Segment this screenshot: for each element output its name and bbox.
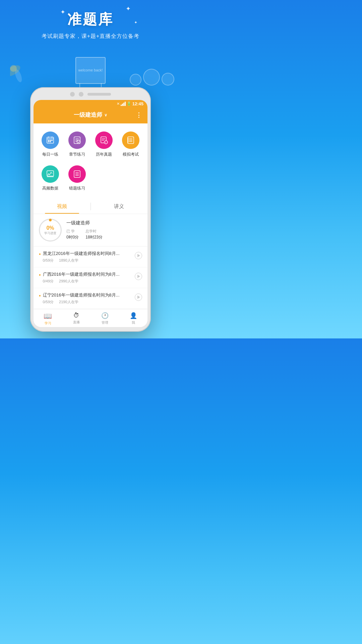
icon-grid-row1: 每日一练 章节练习 [34,123,147,163]
svg-rect-8 [50,140,51,141]
past-exams-icon: ! [95,131,113,149]
studied-stat: 已 学 0时0分 [66,229,79,240]
total-stat: 总学时 18时23分 [85,229,103,240]
progress-course: 一级建造师 [66,220,142,226]
app-header: 一级建造师 ∨ ⋮ [34,108,147,123]
mock-exam-label: 模拟考试 [123,152,139,157]
video-item-left-3: • 辽宁2016年一级建造师报名时间为8月... 0/59分 2190人在学 [39,292,132,305]
video-item-3[interactable]: • 辽宁2016年一级建造师报名时间为8月... 0/59分 2190人在学 [34,288,147,309]
more-button[interactable]: ⋮ [136,111,142,119]
video-title-3: 辽宁2016年一级建造师报名时间为8月... [43,292,132,298]
svg-rect-10 [48,141,49,142]
svg-point-16 [77,140,80,144]
chapter-practice-item[interactable]: 章节练习 [64,129,90,160]
live-nav-icon: ⏱ [73,312,79,319]
study-nav-label: 学习 [45,321,51,326]
sparkle-icon-1: ✦ [60,8,65,16]
video-info-2: 广西2016年一级建造师报名时间为8月... 0/49分 2990人在学 [43,271,132,284]
progress-percent: 0% [46,225,54,231]
header-title: 一级建造师 ∨ [74,111,107,119]
play-button-2[interactable] [135,273,142,280]
mock-exam-item[interactable]: 模拟考试 [117,129,144,160]
dropdown-icon[interactable]: ∨ [104,113,107,117]
play-triangle-3 [137,296,140,299]
video-item-left-2: • 广西2016年一级建造师报名时间为8月... 0/49分 2990人在学 [39,271,132,284]
study-nav-icon: 📖 [44,312,52,320]
svg-text:!: ! [105,141,106,144]
past-exams-label: 历年真题 [96,152,112,157]
progress-dot [49,219,52,221]
sparkle-icon-3: ✦ [134,20,137,25]
wrong-practice-label: 错题练习 [69,185,85,191]
studied-label: 已 学 [66,229,79,234]
phone-top-bar [34,92,147,97]
nav-item-study[interactable]: 📖 学习 [34,312,62,326]
high-freq-label: 高频数据 [42,185,58,191]
past-exams-item[interactable]: ! 历年真题 [90,129,117,160]
wifi-off-icon: ✕ [117,102,120,106]
manage-nav-label: 管理 [102,320,108,325]
content-tabs: 视频 讲义 [34,199,147,214]
chapter-practice-icon [68,131,86,149]
progress-label: 学习进度 [44,231,56,235]
nav-item-manage[interactable]: 🕐 管理 [90,312,119,326]
signal-bars [121,102,126,106]
play-triangle-2 [137,275,140,278]
phone-mockup-wrapper: ✕ 🔋 12:45 一级建造师 ∨ ⋮ [0,87,181,338]
progress-circle: 0% 学习进度 [39,219,62,241]
status-bar: ✕ 🔋 12:45 [34,100,147,108]
video-meta-1: 0/59分 1890人在学 [43,258,132,263]
video-dot-1: • [39,251,41,257]
video-item-2[interactable]: • 广西2016年一级建造师报名时间为8月... 0/49分 2990人在学 [34,267,147,288]
bottom-nav: 📖 学习 ⏱ 直播 🕐 管理 👤 我 [34,309,147,327]
play-button-3[interactable] [135,293,142,301]
live-nav-label: 直播 [73,320,80,325]
icon-grid-row2: 高频数据 错题练习 [34,163,147,199]
play-triangle-1 [137,254,140,257]
tab-video[interactable]: 视频 [34,199,90,214]
play-button-1[interactable] [135,252,142,259]
sparkle-icon-2: ✦ [126,5,131,12]
total-label: 总学时 [85,229,103,234]
daily-practice-icon [42,131,59,149]
video-duration-1: 0/59分 [43,258,54,263]
video-students-1: 1890人在学 [59,258,78,263]
video-title-2: 广西2016年一级建造师报名时间为8月... [43,271,132,277]
video-duration-3: 0/59分 [43,300,54,305]
video-meta-3: 0/59分 2190人在学 [43,300,132,305]
hero-subtitle: 考试刷题专家，课+题+直播全方位备考 [42,33,140,40]
wrong-practice-item[interactable]: 错题练习 [64,163,90,194]
hero-decor: welcome back! [0,40,181,87]
high-freq-item[interactable]: 高频数据 [37,163,64,194]
progress-stats: 已 学 0时0分 总学时 18时23分 [66,229,142,240]
svg-point-2 [10,65,17,72]
hero-title: 准题库 [67,10,114,29]
mock-exam-icon [122,131,139,149]
manage-nav-icon: 🕐 [101,312,109,319]
studied-value: 0时0分 [66,234,79,240]
svg-rect-9 [51,140,53,141]
nav-item-profile[interactable]: 👤 我 [119,312,147,326]
video-students-2: 2990人在学 [59,279,78,284]
whiteboard-icon: welcome back! [75,57,106,84]
phone-camera-2 [79,92,83,97]
total-value: 18时23分 [85,234,103,240]
hero-section: ✦ ✦ ✦ 准题库 考试刷题专家，课+题+直播全方位备考 welcome bac… [0,0,181,87]
video-item-left-1: • 黑龙江2016年一级建造师报名时间8月... 0/59分 1890人在学 [39,251,132,263]
video-item-1[interactable]: • 黑龙江2016年一级建造师报名时间8月... 0/59分 1890人在学 [34,247,147,267]
signal-bar-2 [122,104,123,106]
video-dot-2: • [39,272,41,278]
video-students-3: 2190人在学 [59,300,78,305]
video-info-3: 辽宁2016年一级建造师报名时间为8月... 0/59分 2190人在学 [43,292,132,305]
torch-icon [10,52,27,84]
high-freq-icon [42,165,59,183]
tab-handout[interactable]: 讲义 [91,199,148,214]
daily-practice-item[interactable]: 每日一练 [37,129,64,160]
progress-section: 0% 学习进度 一级建造师 已 学 0时0分 总学时 18时23分 [34,214,147,247]
signal-bar-4 [125,102,126,106]
status-icons: ✕ 🔋 12:45 [117,101,143,106]
nav-item-live[interactable]: ⏱ 直播 [62,312,90,326]
video-duration-2: 0/49分 [43,279,54,284]
video-list: • 黑龙江2016年一级建造师报名时间8月... 0/59分 1890人在学 [34,247,147,309]
svg-rect-11 [50,141,51,142]
